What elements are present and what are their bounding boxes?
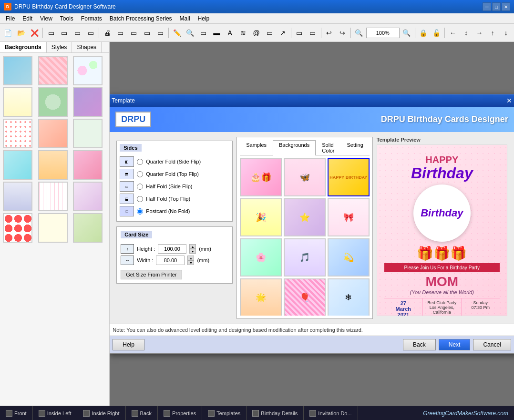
tb-zoom-in[interactable]: 🔍 xyxy=(401,27,413,39)
tb-arrow-right[interactable]: → xyxy=(473,27,486,39)
zoom-input[interactable] xyxy=(366,28,400,38)
sample-thumb-11[interactable]: 🎈 xyxy=(284,278,326,316)
width-input[interactable] xyxy=(156,256,185,265)
tb-wave[interactable]: ≋ xyxy=(237,27,249,39)
tb-arrow-up[interactable]: ↑ xyxy=(486,27,499,39)
tb-arrow-left[interactable]: ← xyxy=(447,27,459,39)
status-front[interactable]: Front xyxy=(0,406,33,420)
menu-view[interactable]: View xyxy=(36,14,56,23)
next-button[interactable]: Next xyxy=(439,339,471,350)
height-spin-up[interactable]: ▲ xyxy=(189,244,196,249)
menu-formats[interactable]: Formats xyxy=(77,14,106,23)
height-spin-down[interactable]: ▼ xyxy=(189,249,196,254)
height-input[interactable] xyxy=(158,244,186,254)
modal-close-button[interactable]: ✕ xyxy=(506,97,512,104)
status-properties[interactable]: Properties xyxy=(158,406,202,420)
bg-thumb-10[interactable] xyxy=(3,150,32,180)
close-button[interactable]: ✕ xyxy=(502,2,510,11)
tb-arrow-vert[interactable]: ↕ xyxy=(460,27,473,39)
tb-bar[interactable]: ▬ xyxy=(210,27,223,39)
bg-thumb-12[interactable] xyxy=(73,150,103,180)
sample-thumb-3[interactable]: HAPPY BIRTHDAY xyxy=(328,158,370,196)
bg-thumb-13[interactable] xyxy=(3,182,32,211)
fold-radio-2[interactable] xyxy=(137,171,143,177)
tb-A[interactable]: A xyxy=(224,27,236,39)
menu-file[interactable]: File xyxy=(2,14,19,23)
bg-thumb-9[interactable] xyxy=(73,119,103,148)
tb-img[interactable]: ▭ xyxy=(264,27,276,39)
sample-thumb-6[interactable]: 🎀 xyxy=(328,198,370,236)
tab-backgrounds[interactable]: Backgrounds xyxy=(273,140,316,155)
bg-thumb-11[interactable] xyxy=(38,150,68,180)
cancel-button[interactable]: Cancel xyxy=(473,339,511,350)
tab-setting[interactable]: Setting xyxy=(341,140,370,155)
bg-thumb-16[interactable] xyxy=(3,213,32,243)
tb-b3[interactable]: ▭ xyxy=(72,27,84,39)
tb-b1[interactable]: ▭ xyxy=(45,27,57,39)
tb-c1[interactable]: ▭ xyxy=(293,27,306,39)
tab-samples[interactable]: Samples xyxy=(240,140,273,155)
tb-p2[interactable]: ▭ xyxy=(114,27,127,39)
bg-thumb-8[interactable] xyxy=(38,119,68,148)
printer-button[interactable]: Get Size From Printer xyxy=(121,270,182,279)
sample-thumb-12[interactable]: ❄ xyxy=(328,278,370,316)
status-inside-right[interactable]: Inside Right xyxy=(77,406,125,420)
menu-batch[interactable]: Batch Processing Series xyxy=(106,14,176,23)
bg-thumb-2[interactable] xyxy=(38,56,68,85)
menu-tools[interactable]: Tools xyxy=(56,14,77,23)
width-spin-down[interactable]: ▼ xyxy=(187,260,194,265)
bg-thumb-17[interactable] xyxy=(38,213,68,243)
sample-thumb-8[interactable]: 🎵 xyxy=(284,238,326,277)
bg-thumb-7[interactable] xyxy=(3,119,32,148)
sample-thumb-9[interactable]: 💫 xyxy=(328,238,370,277)
tb-p3[interactable]: ▭ xyxy=(128,27,140,39)
sample-thumb-1[interactable]: 🎂🎁 xyxy=(240,158,282,196)
tb-b4[interactable]: ▭ xyxy=(85,27,97,39)
bg-thumb-18[interactable] xyxy=(73,213,103,243)
sample-thumb-2[interactable]: 🦋 xyxy=(284,158,326,196)
fold-radio-5[interactable] xyxy=(137,208,143,215)
bg-thumb-3[interactable] xyxy=(73,56,103,85)
tb-b2[interactable]: ▭ xyxy=(58,27,71,39)
tb-c2[interactable]: ▭ xyxy=(307,27,319,39)
tb-arrow[interactable]: ↗ xyxy=(277,27,289,39)
maximize-button[interactable]: □ xyxy=(492,2,501,11)
tab-solid-color[interactable]: Solid Color xyxy=(316,140,340,155)
menu-edit[interactable]: Edit xyxy=(19,14,36,23)
menu-mail[interactable]: Mail xyxy=(176,14,194,23)
status-templates[interactable]: Templates xyxy=(202,406,247,420)
tb-lock2[interactable]: 🔓 xyxy=(430,27,442,39)
tb-p5[interactable]: ▭ xyxy=(154,27,166,39)
tb-at[interactable]: @ xyxy=(250,27,263,39)
help-button[interactable]: Help xyxy=(113,339,144,350)
fold-radio-1[interactable] xyxy=(137,159,143,165)
tb-zoom-out[interactable]: 🔍 xyxy=(353,27,365,39)
back-button[interactable]: Back xyxy=(403,339,436,350)
bg-thumb-4[interactable] xyxy=(3,87,32,117)
bg-thumb-5[interactable] xyxy=(38,87,68,117)
tb-text[interactable]: ▭ xyxy=(197,27,210,39)
fold-radio-3[interactable] xyxy=(137,184,143,190)
sample-thumb-4[interactable]: 🎉 xyxy=(240,198,282,236)
tb-arrow-down2[interactable]: ↓ xyxy=(500,27,512,39)
tab-styles[interactable]: Styles xyxy=(47,42,72,52)
bg-thumb-6[interactable] xyxy=(73,87,103,117)
bg-thumb-1[interactable] xyxy=(3,56,32,85)
width-spinner[interactable]: ▲ ▼ xyxy=(187,256,194,265)
tb-p4[interactable]: ▭ xyxy=(141,27,154,39)
tb-fwd-arrow[interactable]: ↪ xyxy=(336,27,349,39)
title-bar-controls[interactable]: ─ □ ✕ xyxy=(483,2,510,11)
minimize-button[interactable]: ─ xyxy=(483,2,491,11)
tb-pencil[interactable]: ✏️ xyxy=(171,27,183,39)
tb-print[interactable]: 🖨 xyxy=(101,27,113,39)
sample-thumb-5[interactable]: ⭐ xyxy=(284,198,326,236)
tb-back-arrow[interactable]: ↩ xyxy=(323,27,336,39)
tb-pen2[interactable]: 🔍 xyxy=(184,27,196,39)
height-spinner[interactable]: ▲ ▼ xyxy=(189,244,196,254)
sample-thumb-10[interactable]: 🌟 xyxy=(240,278,282,316)
menu-help[interactable]: Help xyxy=(194,14,214,23)
tab-backgrounds[interactable]: Backgrounds xyxy=(0,42,47,52)
status-birthday-details[interactable]: Birthday Details xyxy=(247,406,304,420)
tab-shapes[interactable]: Shapes xyxy=(72,42,102,52)
status-back[interactable]: Back xyxy=(126,406,158,420)
